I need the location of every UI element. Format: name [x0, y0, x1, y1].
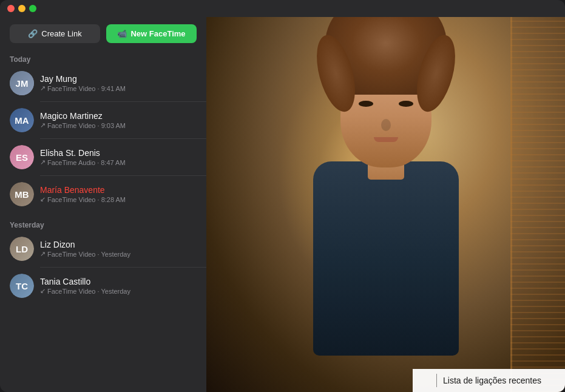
app-window: 🔗 Create Link 📹 New FaceTime Today JM: [0, 0, 565, 392]
call-detail-liz: ↗ FaceTime Video · Yesterday: [40, 250, 197, 258]
call-info-jay-mung: Jay Mung ↗ FaceTime Video · 9:41 AM: [40, 74, 197, 92]
call-info-elisha: Elisha St. Denis ↗ FaceTime Audio · 8:47…: [40, 148, 197, 166]
avatar-elisha: ES: [10, 145, 34, 169]
sidebar: 🔗 Create Link 📹 New FaceTime Today JM: [0, 17, 206, 392]
title-bar: [0, 0, 565, 17]
call-item-jay-mung[interactable]: JM Jay Mung ↗ FaceTime Video · 9:41 AM: [0, 66, 206, 100]
direction-arrow-jay: ↗: [40, 84, 46, 92]
call-name-tania: Tania Castillo: [40, 277, 197, 286]
section-yesterday: Yesterday: [0, 216, 206, 232]
create-link-label: Create Link: [41, 29, 81, 38]
new-facetime-label: New FaceTime: [130, 29, 185, 38]
new-facetime-button[interactable]: 📹 New FaceTime: [106, 24, 197, 43]
call-info-tania: Tania Castillo ↙ FaceTime Video · Yester…: [40, 277, 197, 295]
caption-line: [436, 374, 437, 387]
sidebar-header: 🔗 Create Link 📹 New FaceTime: [0, 17, 206, 50]
maximize-button[interactable]: [29, 5, 36, 12]
link-icon: 🔗: [28, 29, 38, 38]
avatar-tania: TC: [10, 274, 34, 298]
mouth: [374, 137, 398, 142]
call-detail-jay-mung: ↗ FaceTime Video · 9:41 AM: [40, 84, 197, 92]
call-info-liz: Liz Dizon ↗ FaceTime Video · Yesterday: [40, 240, 197, 258]
caption-bar: Lista de ligações recentes: [413, 369, 565, 392]
call-name-elisha: Elisha St. Denis: [40, 148, 197, 158]
call-detail-elisha: ↗ FaceTime Audio · 8:47 AM: [40, 158, 197, 166]
main-content: 🔗 Create Link 📹 New FaceTime Today JM: [0, 17, 565, 392]
person-body: [313, 161, 459, 356]
divider: [40, 101, 206, 102]
direction-arrow-magico: ↗: [40, 121, 46, 129]
call-detail-magico-martinez: ↗ FaceTime Video · 9:03 AM: [40, 121, 197, 129]
avatar-maria: MB: [10, 182, 34, 206]
caption-text: Lista de ligações recentes: [443, 376, 541, 385]
call-item-maria[interactable]: MB María Benavente ↙ FaceTime Video · 8:…: [0, 177, 206, 211]
photo-area: Lista de ligações recentes: [206, 17, 565, 392]
create-link-button[interactable]: 🔗 Create Link: [10, 24, 100, 43]
call-detail-maria: ↙ FaceTime Video · 8:28 AM: [40, 195, 197, 203]
direction-arrow-liz: ↗: [40, 250, 46, 258]
minimize-button[interactable]: [18, 5, 25, 12]
divider: [40, 267, 206, 268]
call-name-magico-martinez: Magico Martinez: [40, 111, 197, 121]
eye-left: [359, 101, 373, 107]
avatar-magico-martinez: MA: [10, 108, 34, 132]
call-item-magico-martinez[interactable]: MA Magico Martinez ↗ FaceTime Video · 9:…: [0, 103, 206, 137]
section-today: Today: [0, 50, 206, 66]
avatar-jay-mung: JM: [10, 71, 34, 95]
call-name-jay-mung: Jay Mung: [40, 74, 197, 84]
window-decoration: [510, 17, 565, 392]
call-item-liz[interactable]: LD Liz Dizon ↗ FaceTime Video · Yesterda…: [0, 232, 206, 266]
divider: [40, 175, 206, 176]
call-name-maria: María Benavente: [40, 185, 197, 195]
call-info-maria: María Benavente ↙ FaceTime Video · 8:28 …: [40, 185, 197, 203]
video-icon: 📹: [117, 29, 127, 38]
direction-arrow-tania: ↙: [40, 287, 46, 295]
close-button[interactable]: [7, 5, 15, 12]
traffic-lights: [7, 5, 36, 12]
call-name-liz: Liz Dizon: [40, 240, 197, 249]
direction-arrow-elisha: ↗: [40, 158, 46, 166]
call-list: Today JM Jay Mung ↗ FaceTime Video · 9:4…: [0, 50, 206, 392]
nose: [381, 119, 391, 131]
eye-right: [399, 101, 413, 107]
direction-arrow-maria: ↙: [40, 195, 46, 203]
call-item-tania[interactable]: TC Tania Castillo ↙ FaceTime Video · Yes…: [0, 269, 206, 303]
avatar-liz: LD: [10, 237, 34, 261]
call-item-elisha[interactable]: ES Elisha St. Denis ↗ FaceTime Audio · 8…: [0, 140, 206, 174]
call-detail-tania: ↙ FaceTime Video · Yesterday: [40, 287, 197, 295]
call-info-magico-martinez: Magico Martinez ↗ FaceTime Video · 9:03 …: [40, 111, 197, 129]
divider: [40, 138, 206, 139]
person-figure: [289, 52, 483, 356]
